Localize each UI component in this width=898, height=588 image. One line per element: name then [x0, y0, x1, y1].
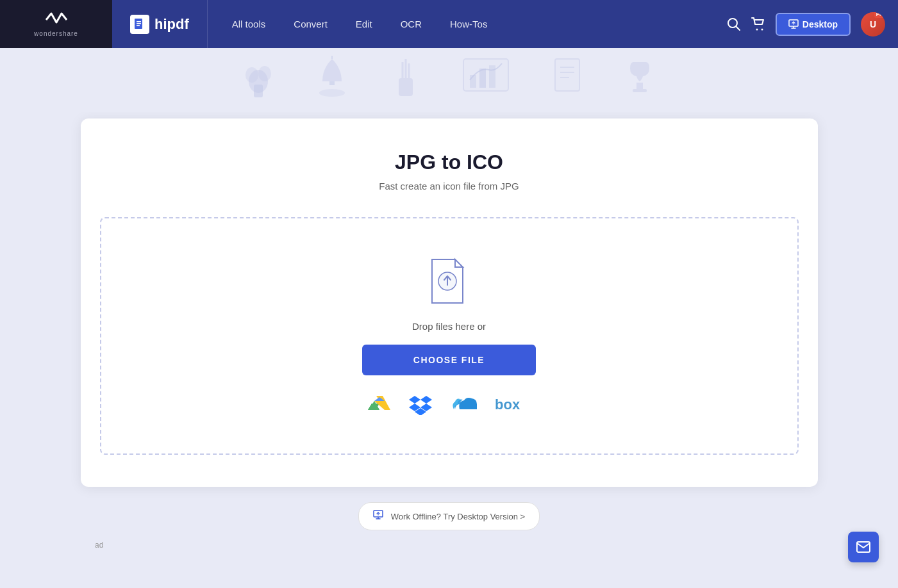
- nav-ocr[interactable]: OCR: [389, 13, 433, 35]
- user-avatar[interactable]: U Pro: [861, 12, 885, 37]
- deco-lamp-icon: [313, 56, 351, 105]
- upload-icon: [427, 257, 472, 308]
- brand-logo[interactable]: wondershare: [0, 0, 112, 48]
- svg-rect-2: [137, 23, 141, 24]
- svg-rect-26: [489, 65, 495, 88]
- svg-text:box: box: [495, 397, 520, 412]
- content-card: JPG to ICO Fast create an icon file from…: [81, 118, 818, 487]
- nav-how-tos[interactable]: How-Tos: [438, 13, 499, 35]
- drop-text: Drop files here or: [412, 321, 486, 332]
- dropzone[interactable]: Drop files here or CHOOSE FILE: [100, 217, 799, 455]
- svg-point-15: [258, 66, 271, 81]
- onedrive-button[interactable]: [450, 395, 477, 414]
- svg-rect-31: [636, 83, 643, 89]
- svg-rect-16: [329, 81, 335, 85]
- pro-badge: Pro: [874, 12, 885, 18]
- offline-banner[interactable]: Work Offline? Try Desktop Version >: [358, 502, 540, 530]
- search-button[interactable]: [727, 17, 741, 31]
- deco-doc-icon: [550, 56, 585, 105]
- svg-rect-32: [633, 89, 647, 92]
- navbar: wondershare hipdf All tools Convert Edit…: [0, 0, 898, 48]
- offline-text: Work Offline? Try Desktop Version >: [391, 512, 525, 521]
- cloud-icons: box: [368, 395, 530, 415]
- desktop-offline-icon: [373, 509, 385, 523]
- svg-rect-25: [479, 69, 486, 88]
- svg-rect-3: [137, 25, 140, 26]
- main-wrapper: JPG to ICO Fast create an icon file from…: [0, 112, 898, 575]
- svg-point-6: [756, 28, 758, 30]
- svg-point-7: [761, 28, 763, 30]
- google-drive-button[interactable]: [368, 395, 391, 415]
- deco-trophy-icon: [624, 56, 656, 105]
- svg-point-18: [319, 89, 345, 97]
- page-subtitle: Fast create an icon file from JPG: [100, 181, 799, 192]
- svg-rect-19: [399, 78, 413, 96]
- desktop-button[interactable]: Desktop: [776, 13, 851, 36]
- nav-edit[interactable]: Edit: [344, 13, 384, 35]
- svg-rect-1: [137, 21, 141, 22]
- dropbox-button[interactable]: [409, 395, 432, 415]
- nav-convert[interactable]: Convert: [282, 13, 339, 35]
- deco-pencil-icon: [390, 56, 422, 105]
- page-title: JPG to ICO: [100, 151, 799, 174]
- decoration-inner: [0, 48, 898, 112]
- hipdf-text: hipdf: [154, 16, 189, 33]
- deco-chart-icon: [460, 56, 511, 105]
- wondershare-icon: [44, 11, 69, 29]
- box-button[interactable]: box: [495, 397, 530, 412]
- choose-file-button[interactable]: CHOOSE FILE: [362, 345, 536, 375]
- cart-button[interactable]: [751, 17, 765, 31]
- hipdf-icon: [130, 15, 149, 34]
- bg-decoration: [0, 48, 898, 112]
- email-float-button[interactable]: [848, 532, 879, 562]
- deco-plant-icon: [242, 56, 274, 105]
- ad-label: ad: [95, 541, 103, 550]
- svg-point-14: [245, 67, 258, 83]
- nav-right: Desktop U Pro: [727, 12, 898, 37]
- svg-rect-27: [555, 59, 579, 91]
- svg-line-5: [736, 26, 740, 30]
- desktop-btn-label: Desktop: [802, 19, 838, 29]
- wondershare-text: wondershare: [34, 30, 78, 37]
- nav-links: All tools Convert Edit OCR How-Tos: [208, 13, 727, 35]
- nav-all-tools[interactable]: All tools: [220, 13, 278, 35]
- hipdf-logo[interactable]: hipdf: [112, 0, 208, 48]
